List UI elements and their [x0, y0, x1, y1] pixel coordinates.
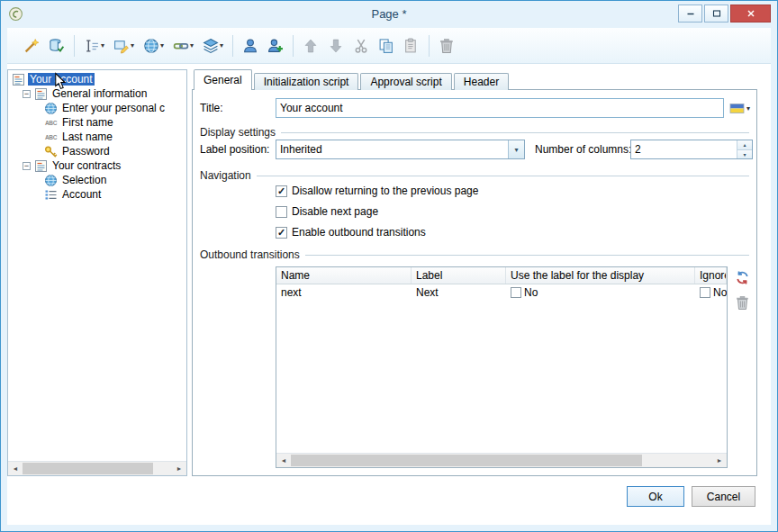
checkbox-label: Enable outbound transitions: [292, 226, 426, 239]
tree-horizontal-scrollbar[interactable]: ◄ ►: [8, 461, 186, 475]
collapse-icon[interactable]: −: [23, 90, 31, 98]
table-horizontal-scrollbar[interactable]: ◄ ►: [276, 453, 727, 467]
edit-wizard-button[interactable]: [20, 33, 43, 59]
transitions-table-body: nextNextNoNo: [276, 284, 727, 453]
transitions-table: NameLabelUse the label for the displayIg…: [276, 266, 728, 468]
minimize-button[interactable]: [678, 5, 702, 23]
spin-up-icon[interactable]: ▴: [737, 140, 752, 149]
tree-item-password[interactable]: Password: [8, 144, 186, 158]
tab-initialization-script[interactable]: Initialization script: [254, 73, 359, 90]
arrow-up-icon: [303, 38, 319, 54]
user-button[interactable]: [239, 33, 262, 59]
close-button[interactable]: [730, 5, 771, 23]
checkbox-enable-outbound-transitions[interactable]: ✓Enable outbound transitions: [276, 226, 426, 239]
scroll-right-icon[interactable]: ►: [712, 454, 727, 467]
tab-general[interactable]: General: [194, 69, 252, 90]
scroll-left-icon[interactable]: ◄: [8, 462, 23, 475]
add-page-button[interactable]: ▾: [140, 33, 167, 59]
label-position-select[interactable]: Inherited ▾: [276, 140, 525, 159]
delete-button[interactable]: [435, 33, 458, 59]
add-link-button[interactable]: ▾: [169, 33, 197, 59]
tree-item-enter-your-personal-c[interactable]: Enter your personal c: [8, 101, 186, 115]
copy-icon: [378, 38, 394, 54]
abc-icon: ABC: [44, 131, 58, 144]
checkbox-label: Disallow returning to the previous page: [292, 185, 478, 197]
tree-item-label: Your account: [28, 73, 95, 86]
column-header-use-the-label-for-the-display[interactable]: Use the label for the display: [506, 267, 695, 284]
toolbar-separator: [74, 35, 75, 57]
legend-text: Navigation: [200, 169, 251, 182]
collapse-icon[interactable]: −: [23, 162, 31, 170]
list-icon: [44, 188, 58, 202]
tree-item-label: Account: [60, 188, 103, 201]
dialog-client-area: ▾▾▾▾▾ Your account−General informationEn…: [7, 28, 771, 525]
move-up-button[interactable]: [299, 33, 322, 59]
checkbox-icon[interactable]: ✓: [276, 185, 287, 197]
checkbox-icon[interactable]: [700, 287, 710, 298]
globe-icon: [44, 102, 58, 115]
add-group-button[interactable]: ▾: [199, 33, 227, 59]
checkbox-icon[interactable]: [511, 287, 521, 298]
move-down-button[interactable]: [324, 33, 348, 59]
cell-ignore: No: [695, 284, 727, 301]
chevron-down-icon: ▾: [160, 41, 164, 50]
checkbox-icon[interactable]: [276, 206, 287, 218]
chevron-down-icon: ▾: [220, 41, 223, 50]
check-database-button[interactable]: [45, 33, 68, 59]
tab-header[interactable]: Header: [454, 73, 509, 90]
tree-item-last-name[interactable]: ABCLast name: [8, 130, 186, 144]
checkbox-disable-next-page[interactable]: Disable next page: [276, 205, 378, 218]
minimize-icon: [686, 9, 695, 18]
title-input[interactable]: [276, 98, 724, 118]
tree-item-your-account[interactable]: Your account: [8, 72, 186, 86]
maximize-icon: [712, 9, 721, 18]
table-row-next[interactable]: nextNextNoNo: [276, 284, 727, 301]
tab-approval-script[interactable]: Approval script: [360, 73, 451, 90]
column-header-label[interactable]: Label: [412, 267, 506, 284]
scrollbar-track[interactable]: [23, 462, 172, 475]
cancel-button[interactable]: Cancel: [692, 486, 755, 507]
form-icon: [34, 87, 48, 101]
number-of-columns-label: Number of columns:: [535, 143, 631, 156]
insert-field-button[interactable]: ▾: [80, 33, 108, 59]
refresh-transitions-button[interactable]: [733, 270, 751, 288]
toolbar-separator: [232, 35, 233, 57]
paste-button[interactable]: [400, 33, 423, 59]
refresh-icon: [735, 270, 750, 285]
localization-button[interactable]: ▾: [728, 98, 751, 118]
legend-text: Outbound transitions: [200, 248, 300, 261]
checkbox-icon[interactable]: ✓: [276, 227, 287, 239]
label-position-label: Label position:: [200, 143, 269, 156]
chevron-down-icon[interactable]: ▾: [508, 140, 524, 158]
column-header-name[interactable]: Name: [276, 267, 412, 284]
ok-button[interactable]: Ok: [627, 486, 684, 507]
scroll-left-icon[interactable]: ◄: [276, 454, 291, 467]
add-user-button[interactable]: [264, 33, 287, 59]
cut-button[interactable]: [349, 33, 373, 59]
maximize-button[interactable]: [704, 5, 728, 23]
number-of-columns-input[interactable]: [631, 140, 737, 158]
user-icon: [242, 38, 258, 54]
globe-icon: [143, 38, 159, 54]
delete-transition-button[interactable]: [733, 295, 751, 313]
tree-item-your-contracts[interactable]: −Your contracts: [8, 158, 186, 173]
column-header-ignore[interactable]: Ignore: [695, 267, 727, 284]
tree-item-first-name[interactable]: ABCFirst name: [8, 115, 186, 130]
form-icon: [34, 159, 48, 173]
tree-item-account[interactable]: Account: [8, 187, 186, 202]
scrollbar-thumb[interactable]: [23, 463, 153, 474]
cut-icon: [353, 38, 369, 54]
tree-item-selection[interactable]: Selection: [8, 173, 186, 187]
scrollbar-track[interactable]: [291, 454, 712, 467]
label-position-value: Inherited: [276, 143, 508, 156]
add-control-button[interactable]: ▾: [110, 33, 138, 59]
spin-down-icon[interactable]: ▾: [737, 149, 752, 159]
titlebar[interactable]: Page *: [1, 1, 777, 27]
scroll-right-icon[interactable]: ►: [172, 462, 186, 475]
checkbox-disallow-returning-to-the-previous-page[interactable]: ✓Disallow returning to the previous page: [276, 185, 478, 197]
copy-button[interactable]: [375, 33, 398, 59]
scrollbar-thumb[interactable]: [291, 455, 642, 466]
number-of-columns-stepper[interactable]: ▴ ▾: [630, 140, 753, 159]
properties-panel: GeneralInitialization scriptApproval scr…: [192, 69, 757, 476]
tree-item-general-information[interactable]: −General information: [8, 86, 186, 101]
